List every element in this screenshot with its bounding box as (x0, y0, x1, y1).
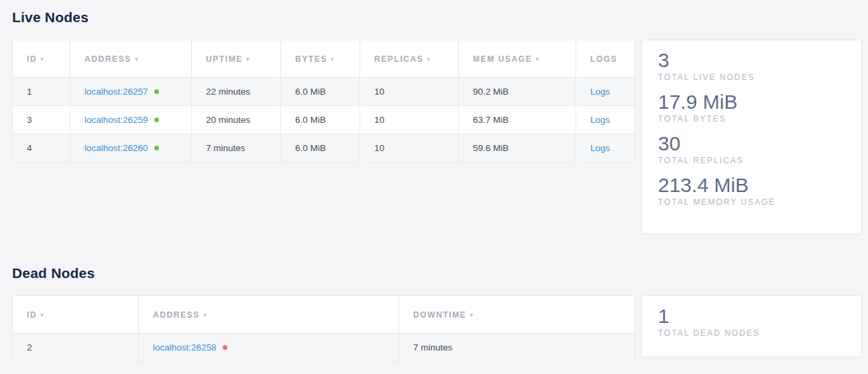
live-header-logs: LOGS (576, 40, 635, 78)
live-table-header-row: ID▾ ADDRESS▾ UPTIME▾ BYTES▾ REPLICAS▾ ME… (13, 40, 635, 78)
stat-label: TOTAL MEMORY USAGE (658, 197, 845, 207)
stat-total-replicas: 30 TOTAL REPLICAS (658, 132, 845, 165)
node-address-cell: localhost:26260 (70, 134, 192, 162)
node-address-cell: localhost:26259 (70, 106, 192, 134)
node-address-cell: localhost:26257 (70, 78, 192, 106)
logs-link[interactable]: Logs (590, 87, 610, 97)
stat-label: TOTAL LIVE NODES (658, 73, 845, 82)
sort-arrow-icon: ▾ (427, 56, 431, 62)
node-replicas-cell: 10 (360, 78, 459, 106)
table-row: 3 localhost:26259 20 minutes 6.0 MiB 10 … (13, 106, 635, 134)
sort-arrow-icon: ▾ (470, 312, 474, 318)
table-row: 2 localhost:26258 7 minutes (13, 334, 635, 362)
node-uptime-cell: 22 minutes (192, 78, 281, 106)
node-bytes-cell: 6.0 MiB (281, 78, 360, 106)
stat-total-live-nodes: 3 TOTAL LIVE NODES (658, 49, 845, 82)
dead-nodes-summary-card: 1 TOTAL DEAD NODES (641, 295, 862, 357)
sort-arrow-icon: ▾ (331, 56, 335, 62)
node-id-cell: 2 (13, 334, 139, 362)
live-nodes-table: ID▾ ADDRESS▾ UPTIME▾ BYTES▾ REPLICAS▾ ME… (12, 40, 635, 162)
node-address-link[interactable]: localhost:26257 (85, 87, 148, 97)
sort-arrow-icon: ▾ (203, 312, 207, 318)
stat-total-dead-nodes: 1 TOTAL DEAD NODES (658, 305, 845, 338)
dead-header-downtime[interactable]: DOWNTIME▾ (399, 296, 635, 334)
node-replicas-cell: 10 (360, 106, 459, 134)
node-address-link[interactable]: localhost:26259 (85, 115, 148, 125)
live-status-dot-icon (154, 89, 159, 94)
node-mem-usage-cell: 90.2 MiB (459, 78, 576, 106)
dead-nodes-section: Dead Nodes ID▾ ADDRESS▾ DOWNTIME▾ 2 loca… (12, 265, 862, 362)
node-id-cell: 3 (13, 106, 70, 134)
node-id-cell: 1 (13, 78, 70, 106)
stat-label: TOTAL DEAD NODES (658, 328, 845, 338)
stat-total-memory-usage: 213.4 MiB TOTAL MEMORY USAGE (658, 174, 845, 207)
node-mem-usage-cell: 63.7 MiB (459, 106, 576, 134)
live-header-id[interactable]: ID▾ (13, 40, 70, 78)
sort-arrow-icon: ▾ (40, 312, 44, 318)
live-nodes-section: Live Nodes ID▾ ADDRESS▾ UPTIME▾ BYTES▾ R… (12, 9, 862, 234)
node-logs-cell: Logs (576, 106, 635, 134)
node-address-link[interactable]: localhost:26260 (85, 143, 148, 153)
stat-value: 17.9 MiB (658, 91, 845, 113)
live-status-dot-icon (154, 118, 159, 122)
dead-table-header-row: ID▾ ADDRESS▾ DOWNTIME▾ (13, 296, 635, 334)
node-logs-cell: Logs (576, 134, 635, 162)
stat-value: 213.4 MiB (658, 174, 845, 196)
live-header-bytes[interactable]: BYTES▾ (281, 40, 360, 78)
sort-arrow-icon: ▾ (535, 56, 539, 62)
live-nodes-title: Live Nodes (12, 9, 862, 26)
live-status-dot-icon (154, 146, 159, 150)
live-header-address[interactable]: ADDRESS▾ (70, 40, 192, 78)
sort-arrow-icon: ▾ (40, 56, 44, 62)
live-nodes-summary-card: 3 TOTAL LIVE NODES 17.9 MiB TOTAL BYTES … (641, 40, 862, 234)
node-bytes-cell: 6.0 MiB (281, 106, 360, 134)
node-uptime-cell: 20 minutes (192, 106, 281, 134)
live-header-replicas[interactable]: REPLICAS▾ (360, 40, 459, 78)
dead-status-dot-icon (223, 345, 227, 350)
stat-total-bytes: 17.9 MiB TOTAL BYTES (658, 91, 845, 124)
node-downtime-cell: 7 minutes (399, 334, 635, 362)
dead-nodes-table: ID▾ ADDRESS▾ DOWNTIME▾ 2 localhost:26258… (12, 295, 635, 362)
node-id-cell: 4 (13, 134, 70, 162)
stat-label: TOTAL REPLICAS (658, 156, 845, 165)
dead-header-id[interactable]: ID▾ (13, 296, 139, 334)
stat-value: 1 (658, 305, 845, 327)
logs-link[interactable]: Logs (590, 115, 610, 125)
stat-value: 3 (658, 49, 845, 71)
table-row: 4 localhost:26260 7 minutes 6.0 MiB 10 5… (13, 134, 635, 162)
node-address-link[interactable]: localhost:26258 (153, 342, 217, 353)
table-row: 1 localhost:26257 22 minutes 6.0 MiB 10 … (13, 78, 635, 106)
node-bytes-cell: 6.0 MiB (281, 134, 360, 162)
dead-nodes-title: Dead Nodes (12, 265, 862, 281)
node-logs-cell: Logs (576, 78, 635, 106)
node-uptime-cell: 7 minutes (192, 134, 281, 162)
sort-arrow-icon: ▾ (135, 56, 139, 62)
dead-header-address[interactable]: ADDRESS▾ (139, 296, 399, 334)
sort-arrow-icon: ▾ (246, 56, 250, 62)
stat-label: TOTAL BYTES (658, 114, 845, 124)
node-replicas-cell: 10 (360, 134, 459, 162)
logs-link[interactable]: Logs (590, 143, 610, 153)
node-address-cell: localhost:26258 (139, 334, 399, 362)
live-header-uptime[interactable]: UPTIME▾ (192, 40, 281, 78)
live-header-mem-usage[interactable]: MEM USAGE▾ (459, 40, 576, 78)
node-mem-usage-cell: 59.6 MiB (459, 134, 576, 162)
stat-value: 30 (658, 132, 845, 154)
